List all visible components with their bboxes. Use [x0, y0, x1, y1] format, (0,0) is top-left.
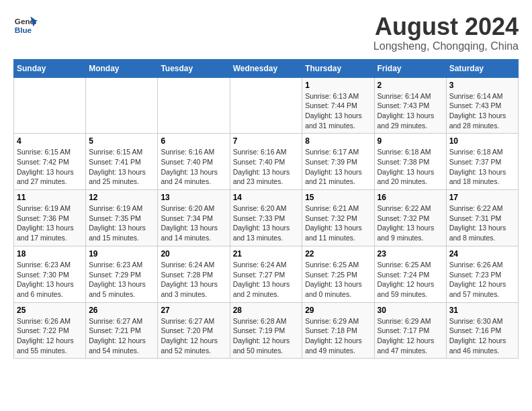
day-info: Sunrise: 6:19 AMSunset: 7:36 PMDaylight:… — [17, 203, 83, 243]
col-friday: Friday — [374, 59, 446, 77]
col-thursday: Thursday — [302, 59, 374, 77]
day-info: Sunrise: 6:20 AMSunset: 7:34 PMDaylight:… — [161, 203, 226, 243]
day-number: 25 — [17, 306, 83, 315]
calendar-cell: 15Sunrise: 6:21 AMSunset: 7:32 PMDayligh… — [302, 190, 374, 246]
calendar-cell: 10Sunrise: 6:18 AMSunset: 7:37 PMDayligh… — [446, 134, 518, 190]
calendar-cell: 5Sunrise: 6:15 AMSunset: 7:41 PMDaylight… — [86, 134, 158, 190]
day-number: 15 — [305, 193, 371, 202]
calendar-cell — [158, 77, 230, 134]
day-number: 27 — [161, 306, 226, 315]
day-number: 7 — [233, 136, 300, 146]
day-info: Sunrise: 6:18 AMSunset: 7:38 PMDaylight:… — [378, 147, 443, 187]
calendar-cell: 3Sunrise: 6:14 AMSunset: 7:43 PMDaylight… — [446, 77, 518, 134]
col-saturday: Saturday — [446, 59, 518, 77]
day-info: Sunrise: 6:29 AMSunset: 7:18 PMDaylight:… — [305, 316, 371, 356]
day-number: 21 — [233, 249, 300, 259]
day-number: 28 — [233, 306, 300, 315]
calendar-cell: 18Sunrise: 6:23 AMSunset: 7:30 PMDayligh… — [14, 246, 86, 302]
day-info: Sunrise: 6:27 AMSunset: 7:20 PMDaylight:… — [161, 316, 226, 356]
day-number: 4 — [17, 136, 83, 146]
calendar-cell: 25Sunrise: 6:26 AMSunset: 7:22 PMDayligh… — [14, 302, 86, 359]
day-number: 5 — [89, 136, 154, 146]
day-number: 9 — [378, 136, 443, 146]
calendar-week-2: 11Sunrise: 6:19 AMSunset: 7:36 PMDayligh… — [14, 190, 519, 246]
day-info: Sunrise: 6:24 AMSunset: 7:27 PMDaylight:… — [233, 260, 300, 300]
day-number: 13 — [161, 193, 226, 202]
day-info: Sunrise: 6:25 AMSunset: 7:25 PMDaylight:… — [305, 260, 371, 300]
calendar-cell: 4Sunrise: 6:15 AMSunset: 7:42 PMDaylight… — [14, 134, 86, 190]
calendar-cell: 8Sunrise: 6:17 AMSunset: 7:39 PMDaylight… — [302, 134, 374, 190]
calendar-cell: 14Sunrise: 6:20 AMSunset: 7:33 PMDayligh… — [230, 190, 302, 246]
calendar-cell: 12Sunrise: 6:19 AMSunset: 7:35 PMDayligh… — [86, 190, 158, 246]
day-info: Sunrise: 6:26 AMSunset: 7:23 PMDaylight:… — [449, 260, 515, 300]
day-info: Sunrise: 6:15 AMSunset: 7:41 PMDaylight:… — [89, 147, 154, 187]
calendar-header: Sunday Monday Tuesday Wednesday Thursday… — [14, 59, 519, 77]
day-info: Sunrise: 6:15 AMSunset: 7:42 PMDaylight:… — [17, 147, 83, 187]
page-header: General Blue August 2024 Longsheng, Chon… — [13, 13, 519, 52]
day-number: 24 — [449, 249, 515, 259]
day-number: 2 — [378, 81, 443, 90]
calendar-cell: 27Sunrise: 6:27 AMSunset: 7:20 PMDayligh… — [158, 302, 230, 359]
day-number: 18 — [17, 249, 83, 259]
day-info: Sunrise: 6:14 AMSunset: 7:43 PMDaylight:… — [449, 91, 515, 131]
day-number: 1 — [305, 81, 371, 90]
day-info: Sunrise: 6:13 AMSunset: 7:44 PMDaylight:… — [305, 91, 371, 131]
calendar-cell: 20Sunrise: 6:24 AMSunset: 7:28 PMDayligh… — [158, 246, 230, 302]
calendar-cell: 30Sunrise: 6:29 AMSunset: 7:17 PMDayligh… — [374, 302, 446, 359]
day-info: Sunrise: 6:24 AMSunset: 7:28 PMDaylight:… — [161, 260, 226, 300]
day-info: Sunrise: 6:30 AMSunset: 7:16 PMDaylight:… — [449, 316, 515, 356]
day-number: 23 — [378, 249, 443, 259]
header-row: Sunday Monday Tuesday Wednesday Thursday… — [14, 59, 519, 77]
day-number: 8 — [305, 136, 371, 146]
logo: General Blue — [13, 13, 38, 38]
day-info: Sunrise: 6:22 AMSunset: 7:32 PMDaylight:… — [378, 203, 443, 243]
calendar-week-4: 25Sunrise: 6:26 AMSunset: 7:22 PMDayligh… — [14, 302, 519, 359]
calendar-cell: 29Sunrise: 6:29 AMSunset: 7:18 PMDayligh… — [302, 302, 374, 359]
day-info: Sunrise: 6:21 AMSunset: 7:32 PMDaylight:… — [305, 203, 371, 243]
day-number: 30 — [378, 306, 443, 315]
calendar-cell: 9Sunrise: 6:18 AMSunset: 7:38 PMDaylight… — [374, 134, 446, 190]
page-subtitle: Longsheng, Chongqing, China — [373, 40, 519, 52]
day-number: 20 — [161, 249, 226, 259]
day-info: Sunrise: 6:16 AMSunset: 7:40 PMDaylight:… — [161, 147, 226, 187]
day-number: 11 — [17, 193, 83, 202]
calendar-cell: 1Sunrise: 6:13 AMSunset: 7:44 PMDaylight… — [302, 77, 374, 134]
calendar-cell: 17Sunrise: 6:22 AMSunset: 7:31 PMDayligh… — [446, 190, 518, 246]
day-info: Sunrise: 6:22 AMSunset: 7:31 PMDaylight:… — [449, 203, 515, 243]
day-info: Sunrise: 6:17 AMSunset: 7:39 PMDaylight:… — [305, 147, 371, 187]
calendar-table: Sunday Monday Tuesday Wednesday Thursday… — [13, 59, 519, 359]
day-info: Sunrise: 6:29 AMSunset: 7:17 PMDaylight:… — [378, 316, 443, 356]
day-number: 12 — [89, 193, 154, 202]
calendar-cell: 19Sunrise: 6:23 AMSunset: 7:29 PMDayligh… — [86, 246, 158, 302]
calendar-cell: 22Sunrise: 6:25 AMSunset: 7:25 PMDayligh… — [302, 246, 374, 302]
calendar-cell: 2Sunrise: 6:14 AMSunset: 7:43 PMDaylight… — [374, 77, 446, 134]
day-number: 26 — [89, 306, 154, 315]
day-number: 17 — [449, 193, 515, 202]
calendar-week-0: 1Sunrise: 6:13 AMSunset: 7:44 PMDaylight… — [14, 77, 519, 134]
calendar-cell: 13Sunrise: 6:20 AMSunset: 7:34 PMDayligh… — [158, 190, 230, 246]
calendar-cell: 31Sunrise: 6:30 AMSunset: 7:16 PMDayligh… — [446, 302, 518, 359]
title-block: August 2024 Longsheng, Chongqing, China — [373, 13, 519, 52]
day-number: 3 — [449, 81, 515, 90]
calendar-cell — [86, 77, 158, 134]
day-number: 29 — [305, 306, 371, 315]
calendar-cell: 16Sunrise: 6:22 AMSunset: 7:32 PMDayligh… — [374, 190, 446, 246]
day-info: Sunrise: 6:26 AMSunset: 7:22 PMDaylight:… — [17, 316, 83, 356]
day-info: Sunrise: 6:14 AMSunset: 7:43 PMDaylight:… — [378, 91, 443, 131]
calendar-cell — [230, 77, 302, 134]
day-info: Sunrise: 6:28 AMSunset: 7:19 PMDaylight:… — [233, 316, 300, 356]
calendar-cell: 24Sunrise: 6:26 AMSunset: 7:23 PMDayligh… — [446, 246, 518, 302]
day-number: 10 — [449, 136, 515, 146]
calendar-week-3: 18Sunrise: 6:23 AMSunset: 7:30 PMDayligh… — [14, 246, 519, 302]
day-info: Sunrise: 6:27 AMSunset: 7:21 PMDaylight:… — [89, 316, 154, 356]
calendar-cell: 6Sunrise: 6:16 AMSunset: 7:40 PMDaylight… — [158, 134, 230, 190]
calendar-body: 1Sunrise: 6:13 AMSunset: 7:44 PMDaylight… — [14, 77, 519, 359]
col-tuesday: Tuesday — [158, 59, 230, 77]
logo-icon: General Blue — [13, 13, 38, 38]
col-sunday: Sunday — [14, 59, 86, 77]
calendar-cell: 26Sunrise: 6:27 AMSunset: 7:21 PMDayligh… — [86, 302, 158, 359]
day-info: Sunrise: 6:23 AMSunset: 7:29 PMDaylight:… — [89, 260, 154, 300]
calendar-cell: 21Sunrise: 6:24 AMSunset: 7:27 PMDayligh… — [230, 246, 302, 302]
day-number: 14 — [233, 193, 300, 202]
day-number: 16 — [378, 193, 443, 202]
